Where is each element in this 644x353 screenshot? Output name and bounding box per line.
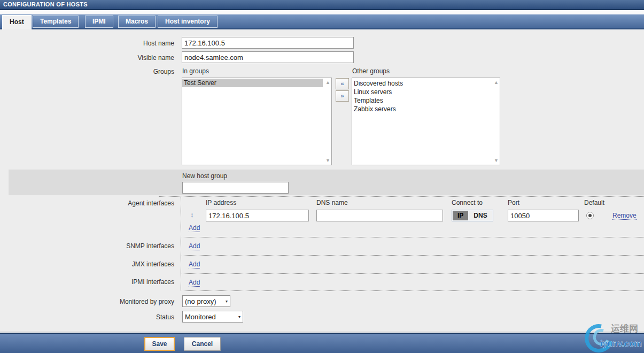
- host-name-input[interactable]: [182, 37, 354, 49]
- default-interface-radio[interactable]: [586, 212, 594, 219]
- page-header: CONFIGURATION OF HOSTS: [0, 0, 644, 10]
- drag-handle-icon[interactable]: ↕: [190, 211, 194, 219]
- col-default: Default: [584, 199, 604, 206]
- col-dns-name: DNS name: [316, 199, 348, 206]
- host-name-label: Host name: [0, 40, 174, 47]
- list-item[interactable]: Templates: [352, 96, 491, 105]
- jmx-interfaces-label: JMX interfaces: [0, 260, 174, 268]
- list-item[interactable]: Linux servers: [352, 88, 491, 96]
- interfaces-left-divider: [181, 197, 181, 291]
- zabbix-host-configuration-page: CONFIGURATION OF HOSTS Host Templates IP…: [0, 0, 644, 353]
- groups-label: Groups: [0, 68, 174, 75]
- scroll-down-icon[interactable]: ▼: [325, 158, 330, 163]
- proxy-select[interactable]: (no proxy) ▾: [182, 295, 230, 307]
- scroll-up-icon[interactable]: ▲: [494, 80, 499, 85]
- visible-name-input[interactable]: [182, 51, 354, 63]
- connect-to-toggle: IP DNS: [452, 210, 493, 221]
- scroll-up-icon[interactable]: ▲: [325, 80, 330, 85]
- col-ip-address: IP address: [206, 199, 236, 206]
- status-label: Status: [0, 313, 174, 321]
- in-groups-listbox[interactable]: Test Server ▲ ▼: [182, 78, 332, 165]
- other-groups-listbox[interactable]: Discovered hosts Linux servers Templates…: [352, 78, 500, 165]
- agent-interfaces-label: Agent interfaces: [0, 199, 174, 207]
- agent-ip-input[interactable]: [206, 210, 309, 221]
- scroll-down-icon[interactable]: ▼: [494, 158, 499, 163]
- other-groups-caption: Other groups: [352, 67, 390, 75]
- footer-bar: [0, 333, 644, 353]
- monitored-by-proxy-label: Monitored by proxy: [0, 298, 174, 305]
- tab-ipmi[interactable]: IPMI: [85, 16, 113, 28]
- interfaces-top-divider: [159, 196, 644, 197]
- agent-dns-input[interactable]: [316, 210, 443, 221]
- proxy-select-value: (no proxy): [185, 297, 216, 305]
- ipmi-add-link[interactable]: Add: [189, 279, 200, 287]
- new-host-group-input[interactable]: [182, 182, 289, 194]
- connect-ip-button[interactable]: IP: [453, 211, 468, 220]
- footer-divider: [0, 332, 644, 332]
- row-divider: [181, 290, 644, 291]
- tab-host-inventory[interactable]: Host inventory: [158, 16, 218, 28]
- list-item[interactable]: Discovered hosts: [352, 79, 491, 88]
- snmp-interfaces-label: SNMP interfaces: [0, 242, 174, 250]
- tab-templates[interactable]: Templates: [33, 16, 79, 28]
- row-divider: [181, 255, 644, 256]
- status-select-value: Monitored: [185, 313, 216, 321]
- visible-name-label: Visible name: [0, 54, 174, 62]
- col-connect-to: Connect to: [452, 199, 483, 206]
- ipmi-interfaces-label: IPMI interfaces: [0, 278, 174, 286]
- chevron-down-icon: ▾: [226, 299, 228, 304]
- connect-dns-button[interactable]: DNS: [469, 211, 492, 220]
- tab-host[interactable]: Host: [2, 15, 32, 29]
- row-divider: [181, 273, 644, 274]
- tab-macros[interactable]: Macros: [118, 16, 156, 28]
- jmx-add-link[interactable]: Add: [189, 260, 200, 268]
- in-groups-caption: In groups: [182, 67, 209, 75]
- snmp-add-link[interactable]: Add: [189, 242, 200, 250]
- new-host-group-label: New host group: [182, 172, 227, 180]
- new-host-group-band: [9, 170, 644, 195]
- page-title: CONFIGURATION OF HOSTS: [0, 0, 644, 7]
- chevron-down-icon: ▾: [238, 314, 240, 319]
- list-item[interactable]: Zabbix servers: [352, 105, 491, 113]
- col-port: Port: [508, 199, 519, 206]
- status-select[interactable]: Monitored ▾: [182, 311, 243, 323]
- list-item[interactable]: Test Server: [182, 79, 323, 87]
- save-button[interactable]: Save: [144, 337, 175, 351]
- agent-port-input[interactable]: [508, 210, 579, 221]
- remove-interface-link[interactable]: Remove: [612, 212, 637, 220]
- row-divider: [181, 237, 644, 237]
- agent-add-link[interactable]: Add: [189, 224, 200, 232]
- move-to-other-groups-button[interactable]: »: [336, 90, 349, 102]
- move-to-in-groups-button[interactable]: «: [336, 78, 349, 89]
- header-divider: [0, 10, 644, 14]
- cancel-button[interactable]: Cancel: [184, 337, 221, 351]
